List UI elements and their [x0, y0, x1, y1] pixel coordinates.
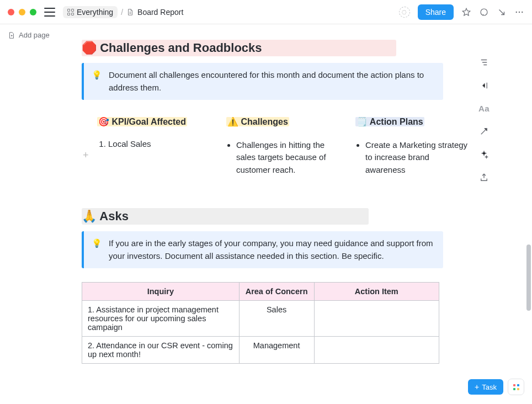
kpi-list: Local Sales [97, 139, 210, 148]
sidebar: Add page [0, 24, 66, 404]
apps-icon [513, 384, 519, 390]
list-item[interactable]: Create a Marketing strategy to increase … [365, 139, 468, 177]
col-inquiry[interactable]: Inquiry [82, 282, 240, 300]
callout-challenges[interactable]: 💡 Document all challenges encountered fo… [82, 63, 443, 100]
column-header-challenges: ⚠️ Challenges [226, 116, 339, 127]
add-page-button[interactable]: Add page [8, 31, 66, 39]
task-label: Task [482, 383, 497, 391]
breadcrumb-root-label: Everything [77, 8, 113, 17]
svg-point-2 [519, 11, 520, 12]
heading-text[interactable]: 🛑 Challenges and Roadblocks [82, 40, 468, 56]
export-icon[interactable] [479, 173, 489, 183]
heading-text[interactable]: 🙏 Asks [82, 208, 468, 225]
star-icon[interactable] [461, 7, 471, 17]
floating-actions: + Task [468, 379, 524, 395]
apps-button[interactable] [508, 379, 524, 395]
scrollbar-thumb[interactable] [526, 244, 531, 311]
comment-icon[interactable] [479, 7, 489, 17]
lightbulb-icon: 💡 [92, 237, 102, 263]
share-button[interactable]: Share [418, 4, 454, 20]
ai-sparkle-icon[interactable] [479, 150, 489, 160]
content-wrap: 🛑 Challenges and Roadblocks 💡 Document a… [66, 24, 532, 404]
notepad-icon: 🗒️ [357, 117, 368, 126]
table-row[interactable]: 1. Assistance in project management reso… [82, 300, 439, 336]
breadcrumb-page-label: Board Report [137, 8, 183, 17]
col-action[interactable]: Action Item [314, 282, 439, 300]
list-item[interactable]: Local Sales [108, 139, 210, 148]
actions-list: Create a Marketing strategy to increase … [355, 139, 468, 177]
asks-table[interactable]: Inquiry Area of Concern Action Item 1. A… [82, 282, 439, 364]
warning-icon: ⚠️ [227, 117, 238, 126]
column-actions[interactable]: 🗒️ Action Plans Create a Marketing strat… [355, 116, 468, 177]
menu-toggle-icon[interactable] [44, 8, 55, 17]
status-circle-icon[interactable]: ◌ [399, 7, 410, 18]
col-area[interactable]: Area of Concern [239, 282, 314, 300]
column-header-kpi: 🎯 KPI/Goal Affected [97, 116, 210, 127]
heading-label: Asks [99, 209, 129, 223]
wand-icon[interactable] [479, 126, 489, 136]
collapse-icon[interactable] [479, 81, 489, 91]
column-title-challenges: Challenges [241, 117, 288, 126]
layout: Add page 🛑 Challenges and Roadblocks 💡 D… [0, 24, 532, 404]
lightbulb-icon: 💡 [92, 68, 102, 94]
column-challenges[interactable]: ⚠️ Challenges Challenges in hitting the … [226, 116, 339, 177]
table-header-row: Inquiry Area of Concern Action Item [82, 282, 439, 300]
cell-action[interactable] [314, 300, 439, 336]
section-heading-asks: 🙏 Asks [82, 208, 468, 225]
svg-point-0 [481, 9, 487, 15]
add-block-icon[interactable]: + [83, 150, 89, 161]
add-page-icon [8, 31, 15, 39]
svg-point-1 [516, 11, 517, 12]
target-icon: 🎯 [98, 117, 109, 126]
challenges-list: Challenges in hitting the sales targets … [226, 139, 339, 177]
topbar-right: ◌ Share [399, 4, 524, 20]
callout-text: If you are in the early stages of your c… [109, 237, 435, 263]
cell-inquiry[interactable]: 2. Attendance in our CSR event - coming … [82, 336, 240, 363]
everything-icon [67, 9, 74, 15]
cell-area[interactable]: Sales [239, 300, 314, 336]
section-heading-challenges: 🛑 Challenges and Roadblocks [82, 40, 468, 56]
cell-action[interactable] [314, 336, 439, 363]
window-controls [8, 9, 36, 15]
more-icon[interactable] [514, 7, 524, 17]
right-toolbar: Aa [468, 24, 500, 404]
callout-asks[interactable]: 💡 If you are in the early stages of your… [82, 231, 443, 268]
column-header-actions: 🗒️ Action Plans [355, 116, 468, 127]
column-title-kpi: KPI/Goal Affected [111, 117, 186, 126]
text-style-button[interactable]: Aa [478, 104, 490, 113]
heading-emoji: 🛑 [82, 41, 97, 55]
cell-area[interactable]: Management [239, 336, 314, 363]
window-minimize-icon[interactable] [19, 9, 25, 15]
svg-point-3 [522, 11, 523, 12]
arrow-down-right-icon[interactable] [497, 7, 507, 17]
window-close-icon[interactable] [8, 9, 14, 15]
top-bar: Everything / Board Report ◌ Share [0, 0, 532, 24]
breadcrumb: Everything / Board Report [63, 6, 183, 18]
document-icon [126, 8, 134, 16]
breadcrumb-root[interactable]: Everything [63, 6, 118, 18]
callout-text: Document all challenges encountered for … [109, 68, 435, 94]
challenges-columns: + 🎯 KPI/Goal Affected Local Sales ⚠️ Cha… [82, 116, 468, 177]
heading-label: Challenges and Roadblocks [100, 41, 262, 55]
heading-emoji: 🙏 [82, 209, 97, 223]
column-title-actions: Action Plans [370, 117, 423, 126]
cell-inquiry[interactable]: 1. Assistance in project management reso… [82, 300, 240, 336]
breadcrumb-page[interactable]: Board Report [126, 8, 183, 17]
column-kpi[interactable]: 🎯 KPI/Goal Affected Local Sales [97, 116, 210, 177]
add-page-label: Add page [19, 31, 50, 39]
breadcrumb-separator: / [121, 8, 123, 17]
outline-icon[interactable] [479, 57, 489, 67]
window-maximize-icon[interactable] [30, 9, 36, 15]
table-row[interactable]: 2. Attendance in our CSR event - coming … [82, 336, 439, 363]
list-item[interactable]: Challenges in hitting the sales targets … [236, 139, 339, 177]
plus-icon: + [475, 382, 479, 391]
new-task-button[interactable]: + Task [468, 379, 503, 395]
document-content[interactable]: 🛑 Challenges and Roadblocks 💡 Document a… [82, 24, 468, 404]
